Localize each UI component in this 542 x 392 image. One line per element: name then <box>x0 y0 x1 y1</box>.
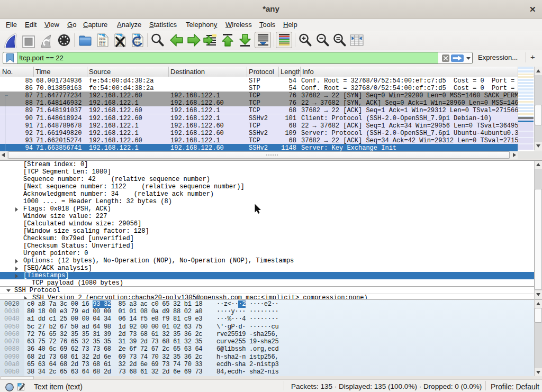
svg-text:0111: 0111 <box>99 43 105 47</box>
